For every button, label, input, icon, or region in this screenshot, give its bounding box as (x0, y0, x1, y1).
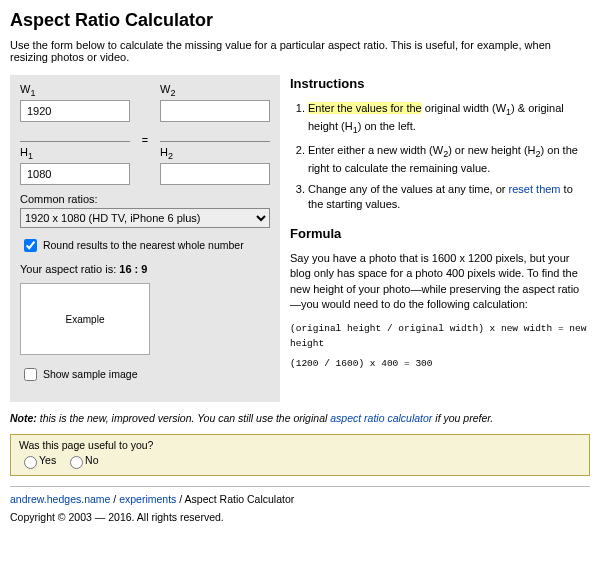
h2-label: H2 (160, 146, 270, 161)
h1-input[interactable] (20, 163, 130, 185)
aspect-ratio-readout: Your aspect ratio is: 16 : 9 (20, 263, 270, 275)
show-sample-label[interactable]: Show sample image (20, 368, 137, 380)
feedback-question: Was this page useful to you? (19, 439, 581, 451)
w2-input[interactable] (160, 100, 270, 122)
reset-link[interactable]: reset them (509, 183, 561, 195)
page-title: Aspect Ratio Calculator (10, 10, 590, 31)
formula-heading: Formula (290, 225, 590, 243)
round-checkbox-label[interactable]: Round results to the nearest whole numbe… (20, 239, 244, 251)
feedback-box: Was this page useful to you? Yes No (10, 434, 590, 476)
formula-code-1: (original height / original width) x new… (290, 322, 590, 351)
version-note: Note: this is the new, improved version.… (10, 412, 590, 424)
formula-code-2: (1200 / 1600) x 400 = 300 (290, 357, 590, 371)
feedback-no-radio[interactable] (70, 456, 83, 469)
w2-label: W2 (160, 83, 270, 98)
spacer (130, 97, 160, 109)
common-ratios-label: Common ratios: (20, 193, 270, 205)
instructions-column: Instructions Enter the values for the or… (290, 75, 590, 402)
w1-input[interactable] (20, 100, 130, 122)
feedback-no-label[interactable]: No (65, 454, 98, 466)
round-checkbox[interactable] (24, 239, 37, 252)
instruction-step-3: Change any of the values at any time, or… (308, 182, 590, 213)
breadcrumb-experiments-link[interactable]: experiments (119, 493, 176, 505)
h2-input[interactable] (160, 163, 270, 185)
show-sample-checkbox[interactable] (24, 368, 37, 381)
equals-sign: = (130, 122, 160, 146)
common-ratios-select[interactable]: 1920 x 1080 (HD TV, iPhone 6 plus) (20, 208, 270, 228)
calculator-panel: W1 W2 = H1 H2 Common rati (10, 75, 280, 402)
breadcrumb: andrew.hedges.name / experiments / Aspec… (10, 493, 590, 505)
instruction-step-1: Enter the values for the original width … (308, 101, 590, 137)
breadcrumb-current: Aspect Ratio Calculator (185, 493, 295, 505)
formula-paragraph: Say you have a photo that is 1600 x 1200… (290, 251, 590, 313)
original-calculator-link[interactable]: aspect ratio calculator (330, 412, 432, 424)
feedback-yes-radio[interactable] (24, 456, 37, 469)
instructions-heading: Instructions (290, 75, 590, 93)
breadcrumb-home-link[interactable]: andrew.hedges.name (10, 493, 110, 505)
example-preview-box: Example (20, 283, 150, 355)
instruction-step-2: Enter either a new width (W2) or new hei… (308, 143, 590, 176)
w1-label: W1 (20, 83, 130, 98)
h1-label: H1 (20, 146, 130, 161)
intro-text: Use the form below to calculate the miss… (10, 39, 590, 63)
divider (10, 486, 590, 487)
feedback-yes-label[interactable]: Yes (19, 454, 56, 466)
copyright-text: Copyright © 2003 — 2016. All rights rese… (10, 511, 590, 523)
